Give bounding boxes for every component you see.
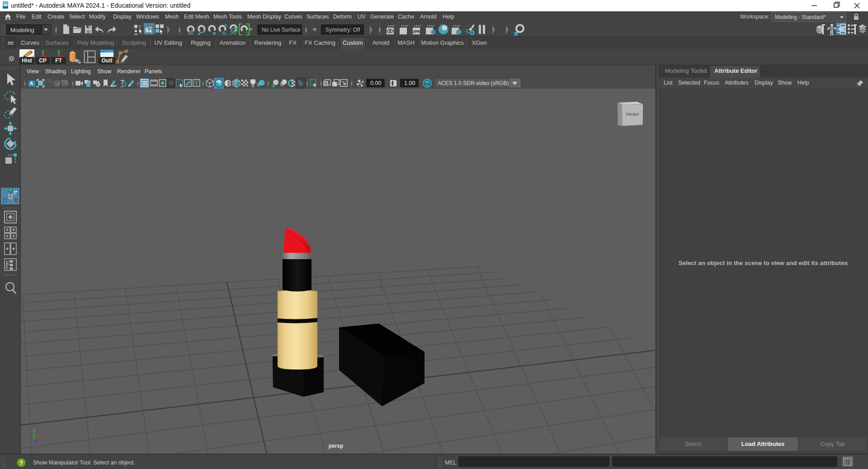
svg-text:T: T bbox=[194, 80, 198, 86]
svg-text:A: A bbox=[30, 81, 33, 86]
svg-text:ON: ON bbox=[425, 82, 430, 86]
svg-text:y: y bbox=[33, 428, 36, 433]
svg-text:{;}: {;} bbox=[844, 461, 851, 465]
svg-text:x: x bbox=[41, 436, 43, 441]
svg-text:persp: persp bbox=[329, 443, 344, 449]
svg-text:M: M bbox=[4, 3, 7, 7]
svg-text:IPR: IPR bbox=[413, 29, 420, 34]
svg-text:?: ? bbox=[19, 460, 23, 466]
svg-text:z: z bbox=[36, 439, 38, 444]
svg-text:FRONT: FRONT bbox=[626, 112, 639, 117]
